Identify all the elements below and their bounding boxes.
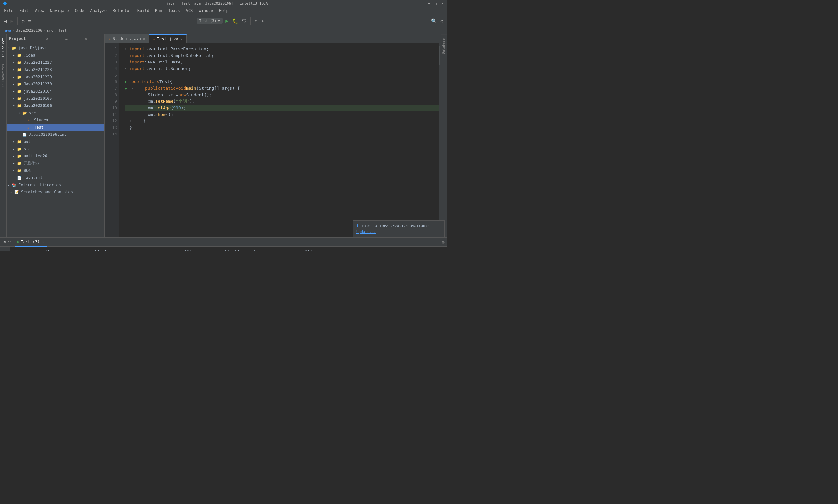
tree-untitled26[interactable]: ▸ 📁 untitled26 bbox=[6, 152, 104, 160]
fold-12[interactable]: ▾ bbox=[129, 118, 133, 124]
menu-build[interactable]: Build bbox=[135, 8, 152, 14]
run-panel: ▶ ■ ↓ ≡ ↩ 🖨 ✕ "C:\Program Files\Java\jdk… bbox=[0, 247, 447, 251]
tree-student[interactable]: ☕ Student bbox=[6, 116, 104, 124]
search-everywhere-button[interactable]: 🔍 bbox=[430, 18, 438, 23]
code-line-6: ▶ public class Test { bbox=[125, 78, 439, 85]
toolbar-settings-button[interactable]: ⚙ bbox=[20, 18, 25, 23]
fold-1[interactable]: ▾ bbox=[125, 46, 129, 52]
run-tab-icon: ▶ bbox=[17, 239, 20, 244]
close-button[interactable]: ✕ bbox=[440, 1, 445, 6]
student-tab-close[interactable]: ✕ bbox=[143, 37, 145, 40]
tree-ext-libs[interactable]: ▸ 📚 External Libraries bbox=[6, 181, 104, 188]
tree-src2[interactable]: ▸ 📁 src bbox=[6, 145, 104, 152]
console-cmd-line: "C:\Program Files\Java\jdk-11.0.7\bin\ja… bbox=[14, 249, 443, 251]
tree-test[interactable]: ☕ Test bbox=[6, 124, 104, 131]
student-tab-label: Student.java bbox=[113, 36, 141, 41]
code-line-1: ▾ import java.text.ParseException; bbox=[125, 46, 439, 52]
j20211228-label: Java20211228 bbox=[23, 68, 52, 72]
menu-help[interactable]: Help bbox=[216, 8, 231, 14]
breadcrumb-java[interactable]: java bbox=[3, 29, 12, 33]
tree-j20220104[interactable]: ▸ 📁 java20220104 bbox=[6, 88, 104, 95]
menu-edit[interactable]: Edit bbox=[17, 8, 32, 14]
toolbar-structure-button[interactable]: ≡ bbox=[27, 18, 32, 23]
menu-code[interactable]: Code bbox=[72, 8, 87, 14]
kw-public-6: public bbox=[131, 78, 147, 85]
tree-scratches[interactable]: ▸ 📝 Scratches and Consoles bbox=[6, 188, 104, 196]
j20211227-icon: 📁 bbox=[17, 60, 22, 65]
menu-tools[interactable]: Tools bbox=[166, 8, 183, 14]
breadcrumb-file[interactable]: Test bbox=[58, 29, 67, 33]
breadcrumb-module[interactable]: Java20220106 bbox=[16, 29, 42, 33]
sidebar-close-icon[interactable]: ✕ bbox=[85, 36, 102, 41]
tree-jicheng[interactable]: ▸ 📁 继承 bbox=[6, 167, 104, 174]
debug-button[interactable]: 🐛 bbox=[231, 18, 239, 23]
bottom-settings-icon[interactable]: ⚙ bbox=[442, 239, 445, 245]
update-notification: ℹ IntelliJ IDEA 2020.1.4 available Updat… bbox=[353, 220, 445, 237]
jicheng-arrow: ▸ bbox=[13, 169, 17, 172]
toolbar-forward-button[interactable]: ▶ bbox=[9, 18, 14, 23]
menu-vcs[interactable]: VCS bbox=[183, 8, 196, 14]
toolbar-back-button[interactable]: ◀ bbox=[3, 18, 8, 23]
settings-gear-button[interactable]: ⚙ bbox=[439, 18, 445, 23]
untitled26-label: untitled26 bbox=[23, 154, 47, 158]
code-11b: (); bbox=[166, 111, 173, 118]
mini-map[interactable] bbox=[439, 43, 441, 237]
breadcrumb-src[interactable]: src bbox=[47, 29, 53, 33]
run-gutter-7[interactable]: ▶ bbox=[125, 85, 130, 92]
tree-j20211230[interactable]: ▸ 📁 Java20211230 bbox=[6, 80, 104, 88]
outer-right-tab-database[interactable]: Database bbox=[441, 34, 447, 58]
title-bar-controls[interactable]: ─ □ ✕ bbox=[427, 1, 445, 6]
code-content[interactable]: ▾ import java.text.ParseException; impor… bbox=[120, 43, 439, 237]
notification-update-link[interactable]: Update... bbox=[356, 230, 376, 234]
left-tab-favorites[interactable]: 2: Favorites bbox=[1, 61, 5, 90]
tree-idea[interactable]: ▸ 📁 .idea bbox=[6, 52, 104, 59]
minimize-button[interactable]: ─ bbox=[427, 1, 431, 6]
params-7: (String[] args) { bbox=[196, 85, 240, 92]
java-iml-label: java.iml bbox=[23, 176, 42, 180]
console-output[interactable]: "C:\Program Files\Java\jdk-11.0.7\bin\ja… bbox=[11, 247, 447, 251]
tree-j20211227[interactable]: ▸ 📁 Java20211227 bbox=[6, 59, 104, 66]
tree-out[interactable]: ▸ 📁 out bbox=[6, 138, 104, 145]
test-label: Test bbox=[34, 125, 43, 130]
tree-j20220106[interactable]: ▾ 📁 Java20220106 bbox=[6, 102, 104, 109]
run-rerun-button[interactable]: ▶ bbox=[2, 248, 8, 251]
title-bar: 🔷 java - Test.java [Java20220106] - Inte… bbox=[0, 0, 447, 7]
menu-view[interactable]: View bbox=[32, 8, 47, 14]
fold-4[interactable]: ▾ bbox=[125, 66, 129, 72]
sidebar-layout-icon[interactable]: ≡ bbox=[65, 36, 82, 41]
toolbar-update-button[interactable]: ⬇ bbox=[260, 18, 265, 23]
run-gutter-6[interactable]: ▶ bbox=[125, 78, 130, 85]
run-config-selector[interactable]: Test (3) ▼ bbox=[197, 18, 223, 23]
tree-src[interactable]: ▾ 📂 src bbox=[6, 109, 104, 116]
run-button[interactable]: ▶ bbox=[224, 18, 230, 24]
test-tab-close[interactable]: ✕ bbox=[180, 37, 182, 41]
menu-refactor[interactable]: Refactor bbox=[110, 8, 134, 14]
run-toolbar: ▶ ■ ↓ ≡ ↩ 🖨 ✕ bbox=[0, 247, 11, 251]
ln-3: 3 bbox=[105, 59, 117, 66]
tree-java-iml[interactable]: 📄 java.iml bbox=[6, 174, 104, 181]
tree-j20220105[interactable]: ▸ 📁 java20220105 bbox=[6, 95, 104, 102]
student-label: Student bbox=[34, 118, 51, 122]
coverage-button[interactable]: 🛡 bbox=[240, 18, 248, 23]
menu-navigate[interactable]: Navigate bbox=[48, 8, 72, 14]
tab-student-java[interactable]: ☕ Student.java ✕ bbox=[105, 34, 149, 43]
j20211230-icon: 📁 bbox=[17, 82, 22, 86]
menu-window[interactable]: Window bbox=[196, 8, 215, 14]
tree-yuandan[interactable]: ▸ 📁 元旦作业 bbox=[6, 160, 104, 167]
tree-root[interactable]: ▾ 📁 java D:\java bbox=[6, 44, 104, 52]
method-10: setAge bbox=[155, 105, 171, 111]
tree-iml[interactable]: 📄 Java20220106.iml bbox=[6, 131, 104, 138]
bottom-tab-run[interactable]: ▶ Test (3) ✕ bbox=[15, 238, 47, 247]
toolbar-git-button[interactable]: ⬆ bbox=[253, 18, 258, 23]
tree-j20211229[interactable]: ▸ 📁 java20211229 bbox=[6, 73, 104, 80]
left-tab-project[interactable]: 1: Project bbox=[1, 35, 5, 60]
sidebar-settings-icon[interactable]: ⚙ bbox=[46, 36, 63, 41]
maximize-button[interactable]: □ bbox=[433, 1, 438, 6]
menu-analyze[interactable]: Analyze bbox=[87, 8, 109, 14]
menu-file[interactable]: File bbox=[1, 8, 16, 14]
fold-7[interactable]: ▾ bbox=[131, 85, 135, 92]
tree-j20211228[interactable]: ▸ 📁 Java20211228 bbox=[6, 66, 104, 73]
tab-test-java[interactable]: ☕ Test.java ✕ bbox=[149, 34, 186, 43]
run-tab-close[interactable]: ✕ bbox=[42, 240, 44, 244]
menu-run[interactable]: Run bbox=[153, 8, 165, 14]
